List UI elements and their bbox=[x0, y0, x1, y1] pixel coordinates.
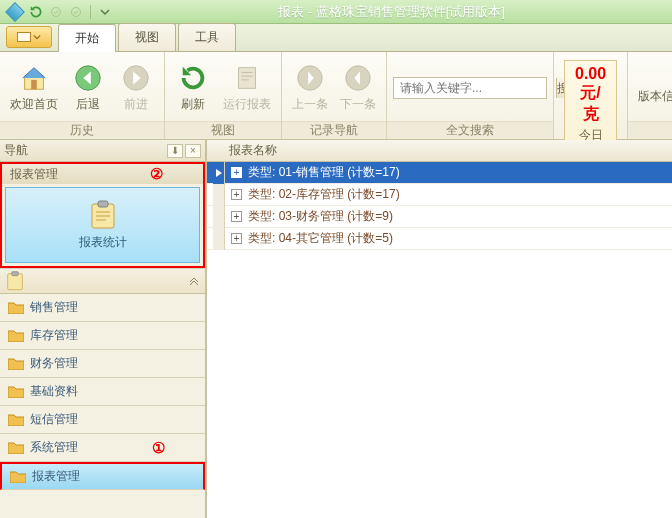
nav-category-header[interactable]: 报表管理 ② bbox=[0, 162, 205, 184]
ribbon-group-search: 搜 全文搜索 bbox=[387, 52, 554, 139]
forward-button[interactable]: 前进 bbox=[114, 60, 158, 115]
ribbon-group-gold: 0.00元/克 今日金银价设置 今日金银价 bbox=[554, 52, 628, 139]
tab-strip: 开始 视图 工具 bbox=[0, 24, 672, 52]
workspace: 导航 ⬇ × 报表管理 ② 报表统计 销售管理 库存管理 财务管理 基础资料 短… bbox=[0, 140, 672, 518]
home-button[interactable]: 欢迎首页 bbox=[6, 60, 62, 115]
row-indicator-icon bbox=[213, 162, 225, 184]
qat-button-2[interactable] bbox=[67, 3, 85, 21]
next-record-button[interactable]: 下一条 bbox=[336, 60, 380, 115]
qat-refresh-button[interactable] bbox=[27, 3, 45, 21]
list-row[interactable]: + 类型: 03-财务管理 (计数=9) bbox=[207, 206, 672, 228]
nav-mini-toolbar bbox=[0, 268, 205, 294]
svg-rect-11 bbox=[8, 274, 23, 290]
refresh-button[interactable]: 刷新 bbox=[171, 60, 215, 115]
nav-item-inventory[interactable]: 库存管理 bbox=[0, 322, 205, 350]
annotation-1: ① bbox=[152, 439, 165, 457]
expand-icon[interactable]: + bbox=[231, 189, 242, 200]
expand-icon[interactable]: + bbox=[231, 167, 242, 178]
qat-button-1[interactable] bbox=[47, 3, 65, 21]
expand-icon[interactable]: + bbox=[231, 233, 242, 244]
gold-price-value: 0.00元/克 bbox=[575, 65, 606, 125]
nav-tile-container: 报表统计 bbox=[0, 184, 205, 268]
nav-panel-title: 导航 bbox=[4, 142, 28, 159]
expand-icon[interactable]: + bbox=[231, 211, 242, 222]
svg-point-0 bbox=[52, 7, 61, 16]
search-input[interactable] bbox=[394, 81, 556, 95]
nav-item-system[interactable]: 系统管理① bbox=[0, 434, 205, 462]
run-report-button[interactable]: 运行报表 bbox=[219, 60, 275, 115]
list-panel: 报表名称 + 类型: 01-销售管理 (计数=17) + 类型: 02-库存管理… bbox=[206, 140, 672, 518]
row-indicator-icon bbox=[213, 206, 225, 228]
ribbon-group-recordnav: 上一条 下一条 记录导航 bbox=[282, 52, 387, 139]
clipboard-icon[interactable] bbox=[6, 271, 24, 291]
nav-list: 销售管理 库存管理 财务管理 基础资料 短信管理 系统管理① 报表管理 bbox=[0, 294, 205, 518]
window-title: 报表 - 蓝格珠宝销售管理软件[试用版本] bbox=[115, 3, 668, 21]
tab-tools[interactable]: 工具 bbox=[178, 23, 236, 51]
svg-rect-10 bbox=[98, 201, 108, 207]
nav-panel-header: 导航 ⬇ × bbox=[0, 140, 205, 162]
nav-item-sales[interactable]: 销售管理 bbox=[0, 294, 205, 322]
list-row[interactable]: + 类型: 04-其它管理 (计数=5) bbox=[207, 228, 672, 250]
list-row[interactable]: + 类型: 02-库存管理 (计数=17) bbox=[207, 184, 672, 206]
ribbon-group-history: 欢迎首页 后退 前进 历史 bbox=[0, 52, 165, 139]
nav-item-finance[interactable]: 财务管理 bbox=[0, 350, 205, 378]
svg-rect-6 bbox=[239, 68, 256, 89]
list-rows: + 类型: 01-销售管理 (计数=17) + 类型: 02-库存管理 (计数=… bbox=[207, 162, 672, 518]
nav-panel: 导航 ⬇ × 报表管理 ② 报表统计 销售管理 库存管理 财务管理 基础资料 短… bbox=[0, 140, 206, 518]
svg-rect-12 bbox=[12, 272, 19, 276]
prev-record-button[interactable]: 上一条 bbox=[288, 60, 332, 115]
nav-item-sms[interactable]: 短信管理 bbox=[0, 406, 205, 434]
tab-view[interactable]: 视图 bbox=[118, 23, 176, 51]
app-menu-button[interactable] bbox=[6, 26, 52, 48]
nav-item-reports[interactable]: 报表管理 bbox=[0, 462, 205, 490]
qat-customize-button[interactable] bbox=[96, 3, 114, 21]
nav-item-basedata[interactable]: 基础资料 bbox=[0, 378, 205, 406]
ribbon-group-view: 刷新 运行报表 视图 bbox=[165, 52, 282, 139]
search-box: 搜 bbox=[393, 77, 547, 99]
list-column-header[interactable]: 报表名称 bbox=[207, 140, 672, 162]
column-name: 报表名称 bbox=[229, 142, 277, 159]
svg-rect-3 bbox=[31, 80, 37, 89]
row-indicator-icon bbox=[213, 184, 225, 206]
row-indicator-icon bbox=[213, 228, 225, 250]
svg-point-1 bbox=[72, 7, 81, 16]
tab-start[interactable]: 开始 bbox=[58, 24, 116, 52]
list-row[interactable]: + 类型: 01-销售管理 (计数=17) bbox=[207, 162, 672, 184]
annotation-2: ② bbox=[150, 165, 163, 183]
report-stats-tile[interactable]: 报表统计 bbox=[5, 187, 200, 263]
title-bar: 报表 - 蓝格珠宝销售管理软件[试用版本] bbox=[0, 0, 672, 24]
ribbon-group-version: 版本信息 bbox=[628, 52, 672, 139]
version-button[interactable]: 版本信息 bbox=[634, 68, 672, 107]
app-icon bbox=[5, 2, 25, 22]
back-button[interactable]: 后退 bbox=[66, 60, 110, 115]
nav-pin-button[interactable]: ⬇ bbox=[167, 144, 183, 158]
nav-close-button[interactable]: × bbox=[185, 144, 201, 158]
ribbon: 欢迎首页 后退 前进 历史 刷新 运行报表 视图 bbox=[0, 52, 672, 140]
nav-expand-button[interactable] bbox=[189, 276, 199, 286]
